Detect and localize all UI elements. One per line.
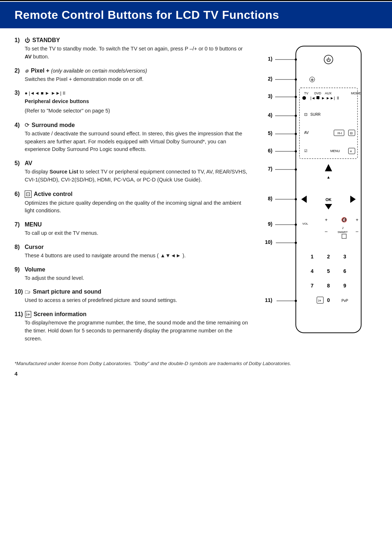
svg-text:+: +	[356, 217, 359, 222]
svg-text:🔇: 🔇	[341, 217, 347, 223]
section-4-text: To activate / deactivate the surround so…	[25, 130, 250, 154]
section-10-number: 10)	[15, 289, 23, 295]
section-6-body: Optimizes the picture quality depending …	[15, 199, 250, 215]
svg-text:⏻: ⏻	[326, 57, 331, 62]
footer-note: *Manufactured under license from Dolby L…	[15, 360, 377, 367]
section-10-body: Used to access a series of predefined pi…	[15, 297, 250, 304]
svg-text:H-I: H-I	[338, 131, 342, 135]
svg-text:►►|: ►►|	[326, 96, 335, 100]
section-6: 6) ⊡ Active control Optimizes the pictur…	[15, 191, 250, 215]
svg-marker-63	[350, 196, 356, 203]
page-container: Remote Control Buttons for LCD TV Functi…	[0, 0, 392, 556]
section-5-number: 5)	[15, 160, 23, 167]
svg-text:⊕: ⊕	[311, 78, 314, 82]
section-1-body: To set the TV to standby mode. To switch…	[15, 45, 250, 61]
section-1: 1) ⏻ STANDBY To set the TV to standby mo…	[15, 37, 250, 61]
svg-rect-33	[296, 46, 361, 333]
section-8: 8) Cursor These 4 buttons are used to na…	[15, 244, 250, 260]
svg-text:SMART: SMART	[338, 230, 348, 234]
svg-text:⊡: ⊡	[304, 112, 307, 116]
svg-text:1: 1	[311, 254, 314, 259]
svg-text:▲: ▲	[327, 175, 331, 179]
svg-text:7): 7)	[268, 166, 272, 172]
svg-text:PvP: PvP	[342, 299, 348, 303]
section-11: 11) i+ Screen information To display/rem…	[15, 311, 250, 343]
section-6-header: 6) ⊡ Active control	[15, 191, 250, 198]
section-1-title: STANDBY	[32, 37, 60, 44]
section-3-number: 3)	[15, 90, 23, 96]
svg-text:11): 11)	[265, 297, 272, 303]
svg-marker-62	[301, 196, 307, 203]
section-11-text: To display/remove the programme number, …	[25, 319, 250, 343]
section-6-title: Active control	[34, 191, 73, 197]
section-9: 9) Volume To adjust the sound level.	[15, 266, 250, 282]
section-1-number: 1)	[15, 37, 23, 44]
section-11-title: Screen information	[33, 311, 86, 318]
svg-point-43	[302, 96, 306, 100]
content-area: 1) ⏻ STANDBY To set the TV to standby mo…	[0, 37, 392, 349]
pixel-icon: ⊕	[25, 68, 29, 74]
svg-text:i+: i+	[318, 299, 321, 303]
section-6-number: 6)	[15, 191, 23, 197]
section-2-title: Pixel + (only available on certain model…	[31, 68, 147, 74]
section-2-header: 2) ⊕ Pixel + (only available on certain …	[15, 68, 250, 74]
section-7-number: 7)	[15, 221, 23, 228]
section-4-body: To activate / deactivate the surround so…	[15, 130, 250, 154]
svg-text:AUX: AUX	[325, 91, 332, 95]
svg-text:7: 7	[311, 283, 314, 289]
section-9-title: Volume	[25, 266, 45, 273]
remote-diagram: 1) 2) 3) 4) 5)	[261, 41, 370, 338]
section-11-number: 11)	[15, 311, 23, 318]
section-3-body: Peripheral device buttons (Refer to "Mod…	[15, 98, 250, 115]
top-divider	[0, 0, 392, 1]
svg-text:8): 8)	[268, 196, 272, 201]
svg-text:9: 9	[343, 283, 346, 289]
footer-area: *Manufactured under license from Dolby L…	[0, 349, 392, 376]
section-5: 5) AV To display Source List to select T…	[15, 160, 250, 184]
svg-text:9): 9)	[268, 221, 272, 227]
svg-text:AV: AV	[304, 131, 309, 135]
section-8-number: 8)	[15, 244, 23, 250]
svg-text:3: 3	[343, 254, 346, 259]
svg-text:+: +	[325, 217, 328, 222]
section-4: 4) ⟳ Surround mode To activate / deactiv…	[15, 122, 250, 154]
section-3-title: Peripheral device buttons	[25, 98, 250, 106]
svg-text:–: –	[356, 229, 359, 234]
svg-text:♪: ♪	[342, 225, 344, 230]
section-2-text: Switches the Pixel + demonstration mode …	[25, 75, 250, 83]
section-4-number: 4)	[15, 122, 23, 128]
section-7-header: 7) MENU	[15, 221, 250, 228]
section-3-text: (Refer to "Mode selector" on page 5)	[25, 107, 250, 115]
standby-icon: ⏻	[25, 37, 30, 43]
section-9-header: 9) Volume	[15, 266, 250, 273]
svg-text:2): 2)	[268, 76, 272, 82]
section-11-header: 11) i+ Screen information	[15, 311, 250, 318]
section-10-header: 10) □♪ Smart picture and sound	[15, 289, 250, 295]
section-5-title: AV	[25, 160, 32, 167]
svg-text:VOL: VOL	[302, 222, 309, 225]
section-4-title: Surround mode	[32, 122, 75, 128]
svg-text:≡: ≡	[350, 150, 352, 153]
section-3-header: 3) ● |◄◄ ■ ► ►►| II	[15, 90, 250, 96]
page-number: 4	[15, 371, 377, 377]
svg-text:►: ►	[321, 96, 325, 100]
section-6-text: Optimizes the picture quality depending …	[25, 199, 250, 215]
svg-text:3): 3)	[268, 93, 272, 99]
peripheral-icon: ● |◄◄ ■ ► ►►| II	[25, 90, 65, 96]
section-1-text: To set the TV to standby mode. To switch…	[25, 45, 250, 61]
section-10: 10) □♪ Smart picture and sound Used to a…	[15, 289, 250, 304]
section-3: 3) ● |◄◄ ■ ► ►►| II Peripheral device bu…	[15, 90, 250, 115]
svg-text:5: 5	[327, 268, 330, 274]
section-2-body: Switches the Pixel + demonstration mode …	[15, 75, 250, 83]
section-8-title: Cursor	[25, 244, 44, 250]
section-2-number: 2)	[15, 68, 23, 74]
svg-text:☑: ☑	[304, 149, 307, 153]
section-7-text: To call up or exit the TV menus.	[25, 229, 250, 237]
section-9-text: To adjust the sound level.	[25, 274, 250, 282]
svg-text:2: 2	[327, 254, 330, 259]
section-2: 2) ⊕ Pixel + (only available on certain …	[15, 68, 250, 83]
section-4-header: 4) ⟳ Surround mode	[15, 122, 250, 128]
section-8-body: These 4 buttons are used to navigate aro…	[15, 252, 250, 260]
left-column: 1) ⏻ STANDBY To set the TV to standby mo…	[15, 37, 261, 349]
remote-svg: 1) 2) 3) 4) 5)	[261, 41, 370, 338]
